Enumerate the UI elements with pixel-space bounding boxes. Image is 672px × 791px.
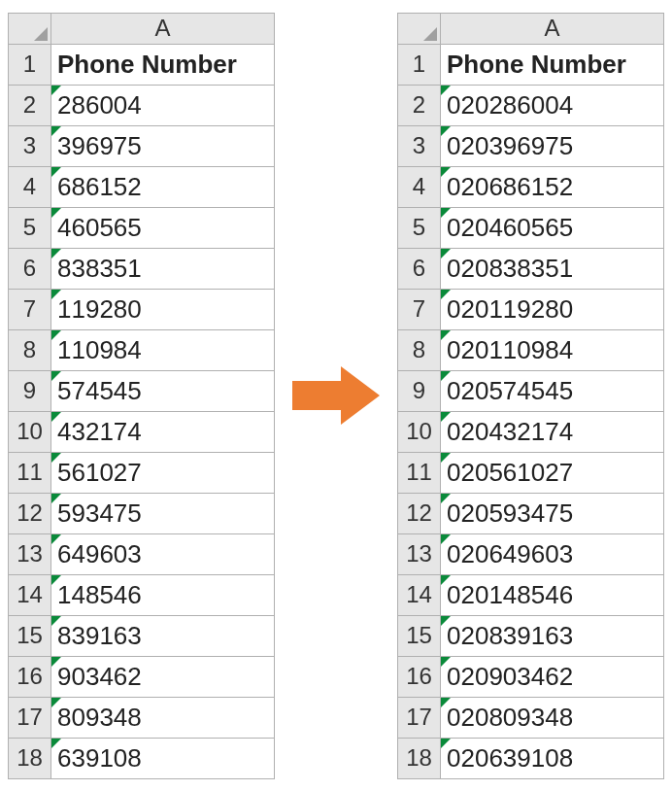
- data-cell[interactable]: 020119280: [441, 289, 664, 329]
- data-cell[interactable]: 020639108: [441, 738, 664, 778]
- data-cell[interactable]: 020649603: [441, 533, 664, 574]
- row-header[interactable]: 17: [9, 697, 51, 738]
- row-header[interactable]: 11: [398, 452, 441, 493]
- data-cell[interactable]: 020286004: [441, 85, 664, 125]
- row-header[interactable]: 12: [398, 493, 441, 533]
- data-cell[interactable]: 460565: [51, 207, 275, 248]
- data-cell[interactable]: 809348: [51, 697, 275, 738]
- row-header[interactable]: 13: [398, 533, 441, 574]
- select-all-corner[interactable]: [9, 13, 51, 44]
- row-header[interactable]: 16: [9, 656, 51, 697]
- data-cell[interactable]: 020110984: [441, 329, 664, 370]
- row-header[interactable]: 17: [398, 697, 441, 738]
- row-header[interactable]: 18: [398, 738, 441, 778]
- row-header[interactable]: 16: [398, 656, 441, 697]
- row-header[interactable]: 11: [9, 452, 51, 493]
- row-header[interactable]: 14: [9, 574, 51, 615]
- spreadsheet-left: A 1Phone Number2286004339697546861525460…: [8, 13, 275, 779]
- data-cell[interactable]: 574545: [51, 370, 275, 411]
- row-header[interactable]: 18: [9, 738, 51, 778]
- row-header[interactable]: 14: [398, 574, 441, 615]
- row-header[interactable]: 10: [398, 411, 441, 452]
- row-header[interactable]: 15: [9, 615, 51, 656]
- row-header[interactable]: 6: [9, 248, 51, 289]
- data-cell[interactable]: 838351: [51, 248, 275, 289]
- data-cell[interactable]: 020460565: [441, 207, 664, 248]
- row-header[interactable]: 5: [398, 207, 441, 248]
- data-cell[interactable]: 020396975: [441, 125, 664, 166]
- data-cell[interactable]: 110984: [51, 329, 275, 370]
- data-cell[interactable]: 020432174: [441, 411, 664, 452]
- row-header[interactable]: 10: [9, 411, 51, 452]
- row-header[interactable]: 9: [9, 370, 51, 411]
- data-cell[interactable]: 396975: [51, 125, 275, 166]
- select-all-corner[interactable]: [398, 13, 441, 44]
- row-header[interactable]: 4: [9, 166, 51, 207]
- column-header-a[interactable]: A: [51, 13, 275, 44]
- data-cell[interactable]: 020686152: [441, 166, 664, 207]
- data-cell[interactable]: 593475: [51, 493, 275, 533]
- data-cell[interactable]: 020561027: [441, 452, 664, 493]
- arrow-right-icon: [287, 361, 385, 430]
- row-header[interactable]: 7: [398, 289, 441, 329]
- spreadsheet-right: A 1Phone Number2020286004302039697540206…: [397, 13, 664, 779]
- data-cell[interactable]: 020809348: [441, 697, 664, 738]
- data-cell[interactable]: 020574545: [441, 370, 664, 411]
- data-cell[interactable]: 020903462: [441, 656, 664, 697]
- data-cell[interactable]: 686152: [51, 166, 275, 207]
- row-header[interactable]: 12: [9, 493, 51, 533]
- row-header[interactable]: 3: [9, 125, 51, 166]
- row-header[interactable]: 1: [9, 44, 51, 85]
- row-header[interactable]: 3: [398, 125, 441, 166]
- row-header[interactable]: 15: [398, 615, 441, 656]
- row-header[interactable]: 4: [398, 166, 441, 207]
- row-header[interactable]: 2: [398, 85, 441, 125]
- svg-marker-0: [292, 366, 380, 425]
- data-cell[interactable]: 432174: [51, 411, 275, 452]
- data-cell[interactable]: 903462: [51, 656, 275, 697]
- data-cell[interactable]: 020148546: [441, 574, 664, 615]
- header-cell[interactable]: Phone Number: [51, 44, 275, 85]
- data-cell[interactable]: 839163: [51, 615, 275, 656]
- data-cell[interactable]: 639108: [51, 738, 275, 778]
- header-cell[interactable]: Phone Number: [441, 44, 664, 85]
- row-header[interactable]: 5: [9, 207, 51, 248]
- row-header[interactable]: 1: [398, 44, 441, 85]
- row-header[interactable]: 6: [398, 248, 441, 289]
- row-header[interactable]: 8: [9, 329, 51, 370]
- data-cell[interactable]: 020838351: [441, 248, 664, 289]
- row-header[interactable]: 8: [398, 329, 441, 370]
- row-header[interactable]: 9: [398, 370, 441, 411]
- data-cell[interactable]: 020593475: [441, 493, 664, 533]
- data-cell[interactable]: 561027: [51, 452, 275, 493]
- row-header[interactable]: 13: [9, 533, 51, 574]
- data-cell[interactable]: 020839163: [441, 615, 664, 656]
- data-cell[interactable]: 649603: [51, 533, 275, 574]
- row-header[interactable]: 7: [9, 289, 51, 329]
- data-cell[interactable]: 286004: [51, 85, 275, 125]
- data-cell[interactable]: 148546: [51, 574, 275, 615]
- column-header-a[interactable]: A: [441, 13, 664, 44]
- row-header[interactable]: 2: [9, 85, 51, 125]
- data-cell[interactable]: 119280: [51, 289, 275, 329]
